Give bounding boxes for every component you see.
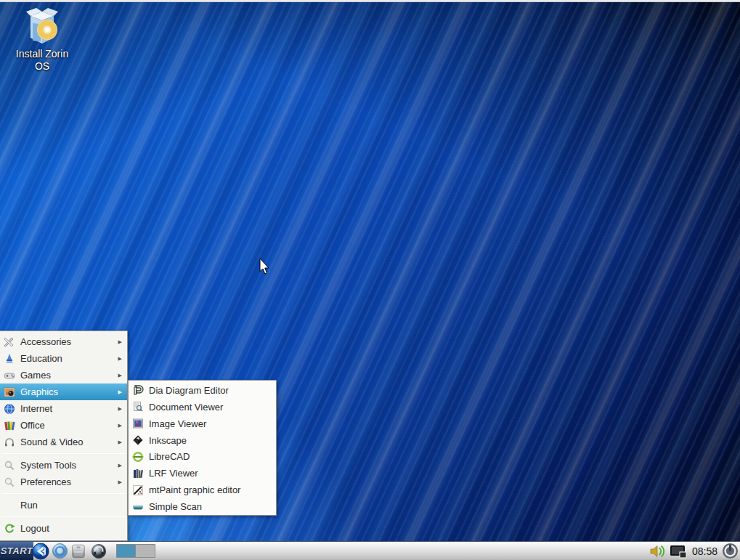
menu-item-logout[interactable]: Logout (0, 520, 127, 537)
mtpaint-icon (132, 484, 144, 496)
logout-icon (4, 523, 15, 535)
menu-item-label: Logout (20, 523, 49, 534)
menu-item-label: System Tools (20, 460, 76, 471)
menu-item-system-tools[interactable]: System Tools ▶ (0, 457, 127, 474)
office-icon (4, 420, 15, 431)
inkscape-icon (132, 434, 144, 446)
graphics-submenu-panel: Dia Diagram Editor Document Viewer Image (128, 380, 277, 516)
installer-box-cd-icon (23, 6, 61, 46)
document-viewer-icon (132, 401, 144, 413)
menu-item-run[interactable]: Run (0, 497, 127, 514)
menu-item-label: Office (20, 420, 45, 431)
workspace-2[interactable] (136, 544, 155, 558)
simple-scan-icon (132, 501, 144, 513)
menu-item-office[interactable]: Office ▶ (0, 417, 127, 434)
install-zorin-os-desktop-icon[interactable]: Install Zorin OS (10, 6, 74, 73)
start-button[interactable]: START (0, 542, 33, 560)
submenu-item-label: Dia Diagram Editor (149, 385, 229, 396)
librecad-icon (132, 451, 144, 463)
volume-icon[interactable] (649, 543, 667, 559)
menu-item-preferences[interactable]: Preferences ▶ (0, 474, 127, 490)
submenu-item-label: Image Viewer (149, 418, 206, 429)
menu-item-internet[interactable]: Internet ▶ (0, 400, 127, 417)
sound-video-icon (4, 437, 15, 448)
accessories-icon (4, 336, 15, 348)
lrf-viewer-icon (132, 468, 144, 479)
submenu-item-label: Inkscape (149, 435, 187, 446)
submenu-item-inkscape[interactable]: Inkscape (129, 432, 276, 449)
submenu-item-label: LibreCAD (149, 451, 190, 462)
submenu-item-dia[interactable]: Dia Diagram Editor (129, 382, 276, 399)
menu-item-label: Graphics (20, 386, 58, 397)
submenu-item-lrf-viewer[interactable]: LRF Viewer (129, 465, 276, 482)
submenu-item-mtpaint[interactable]: mtPaint graphic editor (129, 482, 276, 498)
submenu-arrow-icon: ▶ (118, 439, 122, 445)
screen-top-strip (0, 0, 740, 2)
dia-icon (132, 384, 144, 396)
start-button-label: START (1, 545, 33, 556)
graphics-icon (4, 386, 15, 398)
menu-item-education[interactable]: Education ▶ (0, 350, 127, 367)
menu-item-label: Run (20, 500, 38, 511)
system-tools-icon (4, 460, 15, 471)
zorin-menu-icon[interactable] (32, 543, 49, 560)
submenu-arrow-icon: ▶ (118, 423, 122, 429)
workspace-1-active[interactable] (116, 544, 136, 558)
submenu-item-simple-scan[interactable]: Simple Scan (129, 498, 276, 515)
power-icon[interactable] (722, 543, 739, 559)
desktop-icon-label: Install Zorin OS (10, 48, 74, 73)
submenu-item-label: Simple Scan (149, 501, 202, 512)
image-viewer-icon (132, 418, 144, 429)
menu-item-sound-video[interactable]: Sound & Video ▶ (0, 434, 127, 450)
menu-item-label: Internet (20, 403, 52, 414)
submenu-arrow-icon: ▶ (118, 463, 122, 468)
submenu-arrow-icon: ▶ (118, 389, 122, 395)
music-player-icon[interactable] (90, 543, 107, 560)
display-icon[interactable] (669, 543, 688, 559)
menu-item-graphics[interactable]: Graphics ▶ (0, 384, 127, 400)
submenu-item-label: Document Viewer (149, 402, 223, 413)
submenu-arrow-icon: ▶ (118, 339, 122, 345)
submenu-arrow-icon: ▶ (118, 406, 122, 412)
submenu-arrow-icon: ▶ (118, 356, 122, 362)
menu-separator (1, 493, 126, 494)
taskbar: START (0, 541, 740, 560)
menu-item-games[interactable]: Games ▶ (0, 367, 127, 384)
education-icon (4, 353, 15, 365)
menu-item-label: Games (20, 370, 51, 381)
menu-separator (1, 516, 126, 517)
workspace-switcher (116, 544, 155, 558)
menu-item-label: Sound & Video (20, 437, 84, 447)
system-tray: 08:58 (649, 543, 740, 559)
internet-icon (4, 403, 15, 415)
submenu-item-document-viewer[interactable]: Document Viewer (129, 399, 276, 415)
start-menu-panel: Accessories ▶ Education ▶ Games ▶ (0, 330, 128, 541)
mouse-cursor (259, 259, 270, 275)
submenu-item-label: mtPaint graphic editor (149, 484, 240, 495)
submenu-item-librecad[interactable]: LibreCAD (129, 449, 276, 466)
file-manager-icon[interactable] (70, 543, 87, 560)
submenu-arrow-icon: ▶ (118, 373, 122, 378)
taskbar-clock[interactable]: 08:58 (692, 545, 717, 557)
submenu-arrow-icon: ▶ (118, 479, 122, 485)
menu-item-accessories[interactable]: Accessories ▶ (0, 333, 127, 350)
menu-separator (1, 453, 126, 454)
preferences-icon (4, 476, 15, 488)
menu-item-label: Preferences (20, 476, 71, 487)
browser-icon[interactable] (51, 543, 68, 560)
submenu-item-label: LRF Viewer (149, 468, 198, 479)
submenu-item-image-viewer[interactable]: Image Viewer (129, 415, 276, 432)
menu-item-label: Education (20, 353, 62, 364)
menu-item-label: Accessories (20, 336, 71, 347)
games-icon (4, 370, 15, 381)
